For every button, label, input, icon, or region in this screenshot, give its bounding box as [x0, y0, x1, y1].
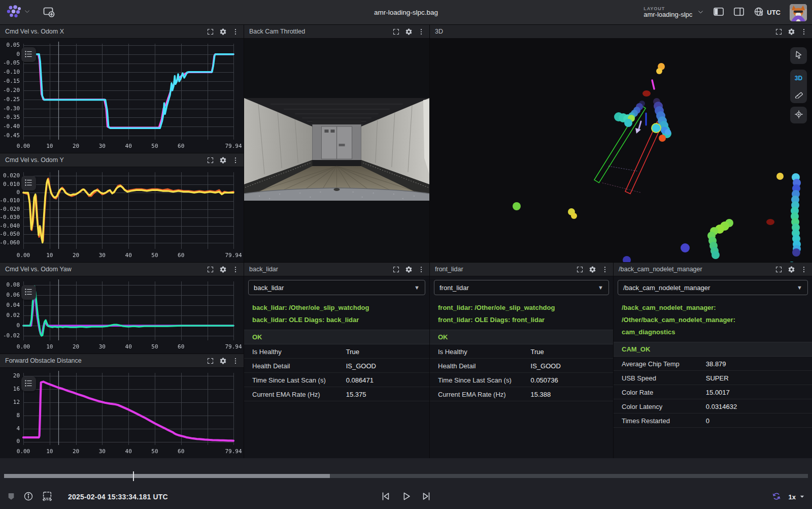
diagnostic-link[interactable]: back_lidar: /Other/ole_slip_watchdog	[244, 299, 429, 313]
app-menu-button[interactable]	[6, 5, 30, 20]
row-value: 15.0017	[706, 388, 730, 396]
left-sidebar-toggle[interactable]	[713, 6, 724, 19]
plot-canvas[interactable]	[0, 39, 244, 153]
row-value: True	[346, 347, 359, 355]
kebab-menu-icon[interactable]	[231, 156, 240, 164]
kebab-menu-icon[interactable]	[231, 357, 240, 365]
row-label: Is Healthy	[438, 347, 467, 355]
plot-canvas[interactable]	[0, 276, 244, 354]
chevron-down-icon	[697, 9, 704, 17]
timeline-playhead[interactable]	[133, 471, 134, 481]
3d-mode-button[interactable]: 3D	[790, 70, 807, 86]
plot-canvas[interactable]	[0, 368, 244, 458]
fullscreen-icon[interactable]	[774, 27, 783, 36]
chevron-down-icon	[799, 493, 805, 501]
selection-range-button[interactable]	[42, 491, 53, 503]
diagnostic-link[interactable]: /Other/back_cam_nodelet_manager:	[614, 313, 812, 326]
row-label: USB Speed	[622, 374, 656, 381]
legend-icon	[24, 288, 33, 298]
playback-bar: 2025-02-04 15:33:34.181 UTC 1x	[0, 458, 812, 509]
right-sidebar-toggle[interactable]	[733, 6, 745, 19]
gear-icon[interactable]	[588, 265, 596, 273]
table-row: Times Restarted0	[614, 413, 812, 428]
row-label: Color Rate	[622, 388, 653, 396]
selection-range-icon	[42, 491, 53, 503]
diagnostic-link[interactable]: back_lidar: OLE Diags: back_lidar	[244, 313, 429, 326]
kebab-menu-icon[interactable]	[417, 265, 425, 273]
measure-button[interactable]	[790, 86, 807, 103]
timeline-loaded-region	[4, 474, 330, 478]
diagnostic-link[interactable]: front_lidar: OLE Diags: front_lidar	[430, 313, 613, 326]
plot-canvas[interactable]	[0, 167, 244, 262]
diagnostic-link[interactable]: /back_cam_nodelet_manager:	[614, 299, 812, 313]
kebab-menu-icon[interactable]	[231, 265, 240, 273]
fullscreen-icon[interactable]	[392, 265, 400, 273]
legend-toggle-button[interactable]	[21, 176, 36, 190]
kebab-menu-icon[interactable]	[417, 27, 425, 36]
gear-icon[interactable]	[404, 265, 413, 273]
legend-toggle-button[interactable]	[21, 47, 36, 62]
layout-selector[interactable]: LAYOUT amr-loading-slpc	[644, 6, 704, 19]
table-row: Is HealthyTrue	[244, 344, 429, 359]
table-row: Average Chip Temp38.879	[614, 357, 812, 371]
panel-3d: 3D 3D	[430, 25, 812, 262]
panel-title: Cmd Vel vs. Odom X	[0, 28, 206, 35]
diagnostic-source-dropdown[interactable]: back_lidar ▼	[248, 280, 425, 295]
fullscreen-icon[interactable]	[774, 265, 783, 273]
panel-title: front_lidar	[430, 266, 576, 273]
kebab-menu-icon[interactable]	[800, 27, 808, 36]
kebab-menu-icon[interactable]	[800, 265, 808, 273]
table-row: USB SpeedSUPER	[614, 371, 812, 385]
cursor-select-button[interactable]	[790, 47, 807, 64]
dropdown-value: front_lidar	[439, 284, 469, 292]
avatar[interactable]	[790, 4, 807, 21]
row-value: IS_GOOD	[346, 362, 376, 369]
diagnostic-link[interactable]: cam_diagnostics	[614, 326, 812, 338]
info-icon	[23, 491, 33, 503]
timezone-button[interactable]: UTC	[754, 7, 781, 18]
diagnostic-source-dropdown[interactable]: front_lidar ▼	[434, 280, 609, 295]
timeline-scrubber[interactable]	[4, 474, 808, 478]
playback-speed-button[interactable]: 1x	[789, 493, 805, 501]
diagnostic-source-dropdown[interactable]: /back_cam_nodelet_manager ▼	[618, 280, 808, 295]
panel-back-cam-diagnostics: /back_cam_nodelet_manager /back_cam_node…	[614, 262, 812, 458]
camera-image	[244, 98, 429, 201]
seek-forward-button[interactable]	[421, 491, 432, 503]
legend-toggle-button[interactable]	[21, 376, 36, 391]
fullscreen-icon[interactable]	[206, 265, 214, 273]
pointcloud-view[interactable]	[430, 39, 812, 262]
add-panel-button[interactable]	[43, 6, 55, 19]
fullscreen-icon[interactable]	[206, 156, 214, 164]
info-button[interactable]	[23, 491, 33, 503]
kebab-menu-icon[interactable]	[601, 265, 609, 273]
kebab-menu-icon[interactable]	[231, 27, 240, 36]
panel-forward-obstacle-distance: Forward Obstacle Distance	[0, 354, 244, 458]
table-row: Health DetailIS_GOOD	[430, 359, 613, 373]
diagnostic-link[interactable]: front_lidar: /Other/ole_slip_watchdog	[430, 299, 613, 313]
loop-button[interactable]	[771, 491, 782, 503]
globe-clock-icon	[754, 7, 764, 18]
table-row: Color Latency0.0314632	[614, 399, 812, 413]
fullscreen-icon[interactable]	[576, 265, 584, 273]
fullscreen-icon[interactable]	[392, 27, 400, 36]
legend-toggle-button[interactable]	[21, 285, 36, 300]
row-label: Health Detail	[438, 362, 476, 369]
add-panel-icon	[43, 6, 55, 19]
seek-backward-button[interactable]	[380, 491, 391, 503]
gear-icon[interactable]	[219, 265, 227, 273]
gear-icon[interactable]	[219, 27, 227, 36]
fullscreen-icon[interactable]	[206, 357, 214, 365]
panel-left-icon	[713, 6, 724, 19]
gear-icon[interactable]	[787, 265, 795, 273]
gear-icon[interactable]	[787, 27, 795, 36]
play-button[interactable]	[400, 491, 412, 503]
gear-icon[interactable]	[219, 156, 227, 164]
gear-icon[interactable]	[404, 27, 413, 36]
table-row: Is HealthyTrue	[430, 344, 613, 359]
speed-label: 1x	[789, 493, 796, 501]
recenter-button[interactable]	[790, 107, 807, 123]
row-value: 0.050736	[531, 376, 558, 384]
event-tag-button[interactable]	[7, 492, 15, 502]
gear-icon[interactable]	[219, 357, 227, 365]
fullscreen-icon[interactable]	[206, 27, 214, 36]
